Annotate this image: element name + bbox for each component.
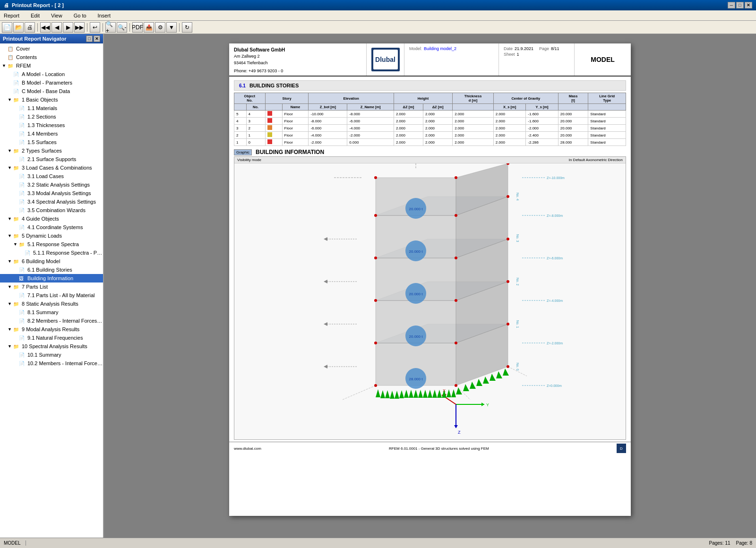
nav-float-button[interactable]: □ (86, 35, 93, 42)
nav-item-7-parts[interactable]: ▼ 📁 7 Parts List (0, 283, 103, 291)
cell-ys: -2.400 (526, 132, 558, 139)
nav-item-8-2-members[interactable]: 📄 8.2 Members - Internal Forces by... (0, 317, 103, 325)
open-button[interactable]: 📂 (13, 22, 24, 33)
toggle-6-building[interactable]: ▼ (8, 259, 13, 264)
nav-item-rfem[interactable]: ▼ 📁 RFEM (0, 61, 103, 70)
nav-item-building-info[interactable]: 🖼 Building Information (0, 274, 103, 283)
nav-item-7-1-parts[interactable]: 📄 7.1 Parts List - All by Material (0, 291, 103, 300)
axonometric-label: In Default Axonometric Direction (569, 158, 623, 162)
nav-item-sections[interactable]: 📄 1.2 Sections (0, 112, 103, 121)
svg-marker-62 (496, 371, 502, 378)
nav-item-3-4-spectral[interactable]: 📄 3.4 Spectral Analysis Settings (0, 197, 103, 206)
toggle-1-basic[interactable]: ▼ (8, 97, 13, 102)
th-elevation: Elevation (309, 93, 394, 104)
prev-button[interactable]: ◀ (52, 22, 62, 33)
next-section-button[interactable]: ▶▶ (74, 22, 85, 33)
toggle-3-load[interactable]: ▼ (8, 165, 13, 170)
toggle-8-static[interactable]: ▼ (8, 301, 13, 306)
toggle-10-spectral[interactable]: ▼ (8, 344, 13, 349)
toggle-2-surfaces[interactable]: ▼ (8, 148, 13, 153)
next-button[interactable]: ▶ (63, 22, 73, 33)
nav-item-4-guide[interactable]: ▼ 📁 4 Guide Objects (0, 214, 103, 223)
cell-color (265, 111, 282, 118)
nav-item-6-1-stories[interactable]: 📄 6.1 Building Stories (0, 265, 103, 274)
nav-item-10-2-members[interactable]: 📄 10.2 Members - Internal Forces b... (0, 359, 103, 368)
nav-item-b-model[interactable]: 📄 B Model - Parameters (0, 78, 103, 87)
nav-item-3-3-modal[interactable]: 📄 3.3 Modal Analysis Settings (0, 189, 103, 197)
nav-item-materials[interactable]: 📄 1.1 Materials (0, 104, 103, 112)
zoom-out-button[interactable]: 🔍- (117, 22, 127, 33)
nav-item-8-static[interactable]: ▼ 📁 8 Static Analysis Results (0, 300, 103, 308)
back-button[interactable]: ↩ (90, 22, 100, 33)
nav-item-8-1-summary[interactable]: 📄 8.1 Summary (0, 308, 103, 317)
cover-icon: 📋 (8, 46, 15, 51)
nav-item-a-model[interactable]: 📄 A Model - Location (0, 70, 103, 78)
nav-item-9-1-freq[interactable]: 📄 9.1 Natural Frequencies (0, 334, 103, 342)
10-spectral-label: 10 Spectral Analysis Results (22, 343, 103, 349)
nav-item-3-load[interactable]: ▼ 📁 3 Load Cases & Combinations (0, 163, 103, 172)
toggle-7-parts[interactable]: ▼ (8, 284, 13, 289)
nav-item-5-dynamic[interactable]: ▼ 📁 5 Dynamic Loads (0, 231, 103, 240)
nav-item-c-model[interactable]: 📄 C Model - Base Data (0, 87, 103, 95)
refresh-button[interactable]: ↻ (182, 22, 192, 33)
toggle-5-dynamic[interactable]: ▼ (8, 233, 13, 238)
export-pdf-button[interactable]: PDF (132, 22, 143, 33)
svg-marker-59 (476, 379, 482, 386)
graphic-label-row: Graphic BUILDING INFORMATION (234, 149, 626, 155)
nav-item-members[interactable]: 📄 1.4 Members (0, 129, 103, 138)
minimize-button[interactable]: ─ (728, 2, 735, 9)
nav-item-surfaces[interactable]: 📄 1.5 Surfaces (0, 138, 103, 146)
nav-item-5-1-response[interactable]: ▼ 📁 5.1 Response Spectra (0, 240, 103, 248)
nav-item-2-surfaces[interactable]: ▼ 📁 2 Types Surfaces (0, 146, 103, 155)
toggle-rfem[interactable]: ▼ (2, 63, 8, 68)
menu-report[interactable]: Report (2, 12, 21, 19)
prev-section-button[interactable]: ◀◀ (40, 22, 51, 33)
nav-item-contents[interactable]: 📋 Contents (0, 53, 103, 61)
svg-marker-50 (428, 390, 432, 398)
nav-item-2-1-support[interactable]: 📄 2.1 Surface Supports (0, 155, 103, 163)
svg-marker-42 (390, 391, 395, 399)
cell-xs: 2.000 (493, 139, 525, 146)
title-text: Printout Report - [ 2 ] (12, 2, 728, 8)
new-button[interactable]: 📄 (2, 22, 12, 33)
toggle-9-modal[interactable]: ▼ (8, 327, 13, 332)
logo-text: Dlubal (375, 56, 395, 63)
nav-close-button[interactable]: ✕ (94, 35, 100, 42)
nav-item-3-2-static[interactable]: 📄 3.2 Static Analysis Settings (0, 180, 103, 189)
c-model-label: C Model - Base Data (22, 88, 103, 94)
date-value: 21.9.2021 (515, 46, 533, 51)
3-load-label: 3 Load Cases & Combinations (22, 165, 103, 171)
nav-item-thick[interactable]: 📄 1.3 Thicknesses (0, 121, 103, 129)
menu-view[interactable]: View (49, 12, 64, 19)
building-info-label: Building Information (27, 275, 103, 281)
export-button[interactable]: 📤 (144, 22, 154, 33)
nav-item-9-modal[interactable]: ▼ 📁 9 Modal Analysis Results (0, 325, 103, 334)
nav-item-10-1-summary[interactable]: 📄 10.1 Summary (0, 351, 103, 359)
settings-button[interactable]: ⚙ (155, 22, 165, 33)
corner-4 (374, 299, 377, 302)
more-button[interactable]: ▼ (166, 22, 177, 33)
z-label-2: Z=-2.000m (547, 342, 563, 345)
print-button[interactable]: 🖨 (25, 22, 35, 33)
toggle-5-1-response[interactable]: ▼ (13, 242, 19, 247)
maximize-button[interactable]: □ (736, 2, 744, 9)
nav-item-1-basic[interactable]: ▼ 📁 1 Basic Objects (0, 95, 103, 104)
toggle-4-guide[interactable]: ▼ (8, 216, 13, 221)
mass-label-4: 20.000 t (409, 207, 423, 211)
nav-item-4-1-coord[interactable]: 📄 4.1 Coordinate Systems (0, 223, 103, 231)
nav-item-5-1-1-spectra[interactable]: 📄 5.1.1 Response Spectra - Pa... (0, 248, 103, 257)
menu-goto[interactable]: Go to (72, 12, 88, 19)
menu-insert[interactable]: Insert (96, 12, 113, 19)
menu-edit[interactable]: Edit (29, 12, 42, 19)
8-1-summary-icon: 📄 (19, 310, 26, 315)
nav-item-6-building[interactable]: ▼ 📁 6 Building Model (0, 257, 103, 265)
story-no-0: No. 0 (516, 363, 519, 371)
nav-item-cover[interactable]: 📋 Cover (0, 44, 103, 53)
3-2-static-label: 3.2 Static Analysis Settings (27, 182, 103, 188)
nav-item-3-1-load[interactable]: 📄 3.1 Load Cases (0, 172, 103, 180)
8-2-members-label: 8.2 Members - Internal Forces by... (27, 318, 103, 324)
zoom-in-button[interactable]: 🔍+ (105, 22, 116, 33)
nav-item-3-5-combo[interactable]: 📄 3.5 Combination Wizards (0, 206, 103, 214)
nav-item-10-spectral[interactable]: ▼ 📁 10 Spectral Analysis Results (0, 342, 103, 351)
close-button[interactable]: ✕ (745, 2, 752, 9)
